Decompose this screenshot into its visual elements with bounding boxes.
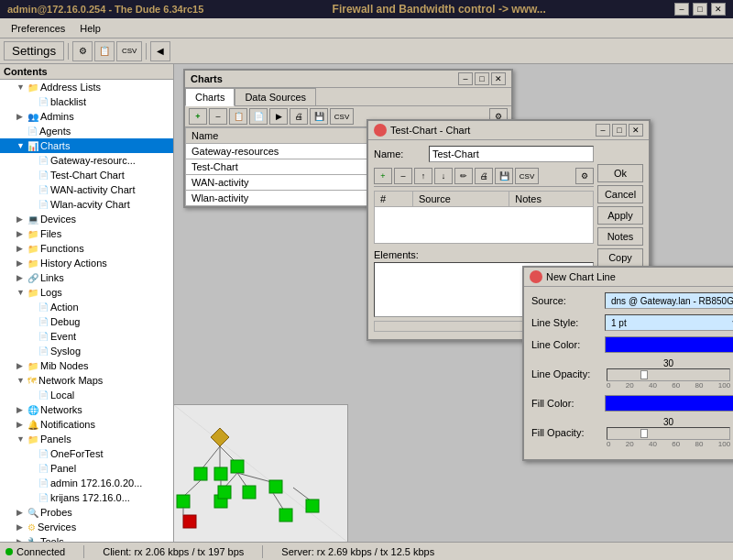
settings-button[interactable]: Settings (4, 41, 64, 60)
sidebar-item-admins[interactable]: ▶ 👥 Admins (0, 109, 173, 124)
sidebar-item-history-actions[interactable]: ▶ 📁 History Actions (0, 256, 173, 270)
sidebar-label: blacklist (50, 96, 86, 107)
sidebar-item-event[interactable]: 📄 Event (0, 329, 173, 344)
network-node-10 (279, 509, 292, 522)
sidebar-item-syslog[interactable]: 📄 Syslog (0, 344, 173, 358)
sidebar-item-blacklist[interactable]: 📄 blacklist (0, 94, 173, 109)
chart-dialog-close[interactable]: ✕ (629, 124, 643, 137)
chart-save-btn[interactable]: 💾 (310, 108, 328, 125)
folder-icon: 👥 (27, 112, 38, 122)
sidebar-item-networks[interactable]: ▶ 🌐 Networks (0, 402, 173, 417)
sidebar-item-wlan-activity[interactable]: 📄 Wlan-acvity Chart (0, 197, 173, 212)
sidebar-item-tools[interactable]: ▶ 🔧 Tools (0, 534, 173, 542)
chart-options-btn[interactable]: ⚙ (575, 168, 594, 184)
fill-color-swatch[interactable] (605, 395, 733, 412)
sidebar-item-address-lists[interactable]: ▼ 📁 Address Lists (0, 80, 173, 94)
sidebar-item-panels[interactable]: ▼ 📁 Panels (0, 432, 173, 446)
menu-preferences[interactable]: Preferences (4, 21, 72, 36)
paste-chart-btn[interactable]: 📄 (249, 108, 268, 125)
chart-apply-btn[interactable]: Apply (597, 206, 643, 225)
sidebar: Contents ▼ 📁 Address Lists 📄 blacklist ▶… (0, 64, 174, 542)
menu-help[interactable]: Help (72, 21, 108, 36)
network-node-red (183, 515, 196, 528)
sidebar-item-local[interactable]: 📄 Local (0, 388, 173, 402)
chart-save2-btn[interactable]: 💾 (495, 168, 513, 184)
chart-name-row: Name: (374, 146, 594, 162)
sidebar-label: Wlan-acvity Chart (50, 199, 130, 210)
network-map (174, 404, 348, 542)
expand-icon: ▶ (16, 361, 26, 370)
network-node-8 (269, 480, 282, 493)
line-color-swatch[interactable] (605, 336, 733, 353)
sidebar-item-notifications[interactable]: ▶ 🔔 Notifications (0, 417, 173, 432)
close-button[interactable]: ✕ (711, 3, 726, 16)
sidebar-item-network-maps[interactable]: ▼ 🗺 Network Maps (0, 373, 173, 388)
tab-charts[interactable]: Charts (185, 88, 235, 106)
sidebar-item-debug[interactable]: 📄 Debug (0, 314, 173, 329)
file-icon: 📄 (38, 317, 49, 326)
line-style-select[interactable]: 1 pt (605, 314, 733, 331)
remove-chart-btn[interactable]: – (209, 108, 227, 125)
sidebar-item-services[interactable]: ▶ ⚙ Services (0, 520, 173, 534)
fill-opacity-slider[interactable] (607, 427, 730, 440)
copy-chart-btn[interactable]: 📋 (229, 108, 247, 125)
sidebar-item-functions[interactable]: ▶ 📁 Functions (0, 241, 173, 256)
sidebar-item-mib-nodes[interactable]: ▶ 📁 Mib Nodes (0, 358, 173, 373)
server-rx-label: Server: rx 2.69 kbps / tx 12.5 kbps (281, 546, 434, 557)
toolbar-separator (68, 43, 69, 60)
sidebar-item-links[interactable]: ▶ 🔗 Links (0, 270, 173, 285)
elements-label: Elements: (374, 247, 594, 262)
chart-cancel-btn[interactable]: Cancel (597, 185, 643, 203)
chart-csv2-btn[interactable]: CSV (515, 168, 539, 184)
line-opacity-slider[interactable] (607, 368, 730, 381)
toolbar-btn-1[interactable]: ⚙ (72, 41, 93, 61)
sidebar-label: Local (50, 390, 74, 401)
chart-dialog-max[interactable]: □ (612, 124, 627, 137)
sidebar-item-wan-activity[interactable]: 📄 WAN-activity Chart (0, 182, 173, 197)
minimize-button[interactable]: – (674, 3, 689, 16)
expand-icon: ▶ (16, 508, 26, 517)
maximize-button[interactable]: □ (693, 3, 707, 16)
sidebar-item-action[interactable]: 📄 Action (0, 300, 173, 314)
chart-csv-btn[interactable]: CSV (330, 108, 354, 125)
sidebar-label: Notifications (40, 419, 95, 430)
sidebar-item-admin-panel[interactable]: 📄 admin 172.16.0.20... (0, 476, 173, 490)
sidebar-item-logs[interactable]: ▼ 📁 Logs (0, 285, 173, 300)
sidebar-item-onefortest[interactable]: 📄 OneForTest (0, 446, 173, 461)
chart-print-btn[interactable]: 🖨 (290, 108, 308, 125)
chart-add-btn[interactable]: + (374, 168, 392, 184)
sidebar-item-charts[interactable]: ▼ 📊 Charts (0, 138, 173, 153)
charts-panel-restore[interactable]: – (458, 72, 473, 85)
sidebar-item-files[interactable]: ▶ 📁 Files (0, 226, 173, 241)
sidebar-label: Panels (40, 434, 71, 445)
toolbar-btn-2[interactable]: 📋 (94, 41, 115, 61)
charts-panel-close[interactable]: ✕ (491, 72, 506, 85)
chart-dialog-min[interactable]: – (596, 124, 610, 137)
tab-data-sources[interactable]: Data Sources (235, 88, 316, 105)
sidebar-item-gateway-resources[interactable]: 📄 Gateway-resourc... (0, 153, 173, 168)
sidebar-item-krijans-panel[interactable]: 📄 krijans 172.16.0... (0, 490, 173, 505)
expand-icon: ▶ (16, 214, 26, 224)
charts-panel-maximize[interactable]: □ (475, 72, 489, 85)
chart-down-btn[interactable]: ↓ (434, 168, 453, 184)
toolbar-btn-3[interactable]: ◀ (150, 41, 170, 61)
sidebar-item-agents[interactable]: 📄 Agents (0, 124, 173, 138)
sidebar-item-devices[interactable]: ▶ 💻 Devices (0, 212, 173, 226)
chart-up-btn[interactable]: ↑ (414, 168, 432, 184)
chart-notes-btn[interactable]: Notes (597, 227, 643, 246)
chart-copy-btn[interactable]: Copy (597, 248, 643, 267)
sidebar-label: Admins (40, 111, 74, 122)
chart-ok-btn[interactable]: Ok (597, 164, 643, 182)
chart-btn-5[interactable]: ▶ (269, 108, 288, 125)
chart-name-input[interactable] (429, 146, 594, 162)
chart-remove-btn[interactable]: – (394, 168, 412, 184)
sidebar-item-test-chart[interactable]: 📄 Test-Chart Chart (0, 168, 173, 182)
toolbar-btn-csv[interactable]: CSV (116, 41, 142, 61)
add-chart-btn[interactable]: + (189, 108, 207, 125)
chart-edit-btn[interactable]: ✏ (454, 168, 473, 184)
sidebar-label: Mib Nodes (40, 360, 89, 371)
sidebar-item-probes[interactable]: ▶ 🔍 Probes (0, 505, 173, 520)
source-select[interactable]: dns @ Gateway.lan - RB850Gx2 (605, 292, 733, 309)
chart-print2-btn[interactable]: 🖨 (475, 168, 493, 184)
sidebar-item-panel[interactable]: 📄 Panel (0, 461, 173, 476)
